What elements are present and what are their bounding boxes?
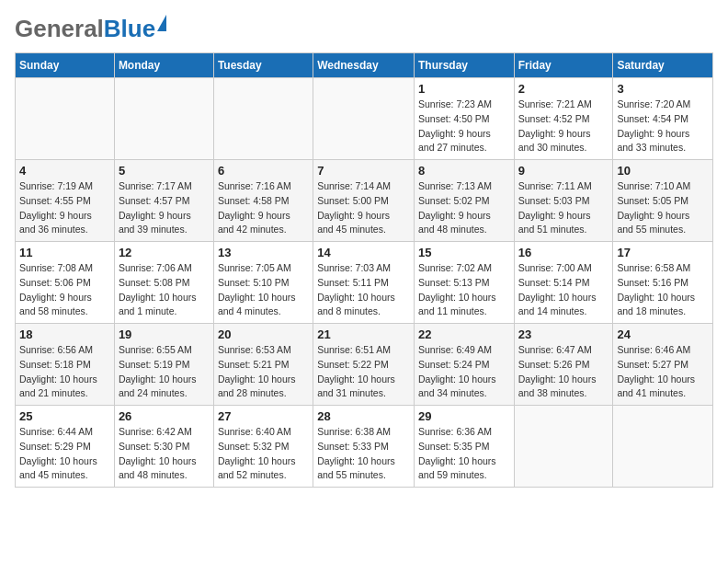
day-detail: Daylight: 9 hours	[617, 209, 709, 224]
day-detail: Sunrise: 6:38 AM	[317, 425, 410, 440]
day-detail: Sunrise: 7:19 AM	[19, 179, 110, 194]
day-detail: Sunset: 4:52 PM	[518, 112, 609, 127]
logo-triangle-icon	[157, 15, 166, 31]
calendar-cell: 15Sunrise: 7:02 AMSunset: 5:13 PMDayligh…	[414, 242, 514, 324]
day-detail: Sunrise: 6:42 AM	[119, 425, 210, 440]
day-number: 26	[119, 409, 210, 423]
day-detail: Sunset: 5:29 PM	[19, 440, 110, 454]
day-detail: and 4 minutes.	[218, 304, 309, 319]
day-number: 8	[418, 164, 510, 178]
day-detail: and 33 minutes.	[617, 141, 709, 155]
day-detail: Sunset: 5:10 PM	[218, 276, 309, 291]
day-detail: and 34 minutes.	[418, 386, 510, 401]
day-detail: Sunrise: 7:02 AM	[418, 261, 510, 276]
day-detail: and 1 minute.	[119, 304, 210, 319]
day-number: 13	[218, 246, 309, 259]
day-header-tuesday: Tuesday	[213, 53, 313, 78]
day-number: 14	[317, 246, 410, 259]
day-detail: Sunset: 5:19 PM	[119, 358, 210, 373]
day-detail: Sunset: 5:27 PM	[617, 358, 709, 373]
calendar-cell	[514, 406, 613, 488]
calendar-cell: 11Sunrise: 7:08 AMSunset: 5:06 PMDayligh…	[16, 242, 115, 324]
day-detail: Sunset: 5:08 PM	[119, 276, 210, 291]
day-detail: Sunset: 4:57 PM	[119, 194, 210, 209]
day-header-sunday: Sunday	[16, 53, 115, 78]
day-detail: Daylight: 9 hours	[518, 209, 609, 224]
day-number: 15	[418, 246, 510, 259]
day-detail: and 42 minutes.	[218, 223, 309, 237]
calendar-cell: 17Sunrise: 6:58 AMSunset: 5:16 PMDayligh…	[613, 242, 713, 324]
day-detail: Daylight: 10 hours	[317, 291, 410, 305]
day-detail: Sunset: 5:11 PM	[317, 276, 410, 291]
day-detail: Daylight: 9 hours	[218, 209, 309, 224]
day-detail: Daylight: 10 hours	[19, 373, 110, 387]
day-detail: Sunrise: 6:58 AM	[617, 261, 709, 276]
day-detail: Daylight: 10 hours	[119, 454, 210, 469]
day-detail: Daylight: 10 hours	[418, 454, 510, 469]
day-detail: Daylight: 10 hours	[617, 373, 709, 387]
header: GeneralBlue	[15, 15, 713, 43]
day-detail: Sunrise: 6:44 AM	[19, 425, 110, 440]
day-number: 23	[518, 327, 609, 341]
calendar-cell: 7Sunrise: 7:14 AMSunset: 5:00 PMDaylight…	[313, 160, 415, 242]
calendar-week-4: 18Sunrise: 6:56 AMSunset: 5:18 PMDayligh…	[16, 324, 713, 406]
day-detail: and 51 minutes.	[518, 223, 609, 237]
calendar-cell	[16, 78, 115, 160]
day-number: 19	[119, 327, 210, 341]
day-header-thursday: Thursday	[414, 53, 514, 78]
day-number: 12	[119, 246, 210, 259]
day-detail: Daylight: 10 hours	[218, 373, 309, 387]
day-number: 27	[218, 409, 309, 423]
day-detail: Sunrise: 6:51 AM	[317, 343, 410, 358]
day-detail: Sunset: 4:55 PM	[19, 194, 110, 209]
day-detail: and 41 minutes.	[617, 386, 709, 401]
day-detail: and 31 minutes.	[317, 386, 410, 401]
day-detail: Sunrise: 7:08 AM	[19, 261, 110, 276]
day-detail: Daylight: 9 hours	[19, 209, 110, 224]
day-detail: and 11 minutes.	[418, 304, 510, 319]
day-detail: and 30 minutes.	[518, 141, 609, 155]
day-detail: Sunset: 5:06 PM	[19, 276, 110, 291]
day-number: 20	[218, 327, 309, 341]
calendar-cell: 24Sunrise: 6:46 AMSunset: 5:27 PMDayligh…	[613, 324, 713, 406]
day-detail: Daylight: 10 hours	[418, 291, 510, 305]
day-detail: and 45 minutes.	[317, 223, 410, 237]
day-detail: Sunset: 5:14 PM	[518, 276, 609, 291]
day-detail: and 55 minutes.	[317, 468, 410, 483]
day-detail: and 59 minutes.	[418, 468, 510, 483]
day-detail: and 36 minutes.	[19, 223, 110, 237]
calendar-cell: 1Sunrise: 7:23 AMSunset: 4:50 PMDaylight…	[414, 78, 514, 160]
day-detail: Daylight: 10 hours	[518, 291, 609, 305]
day-number: 2	[518, 82, 609, 96]
day-detail: Sunrise: 7:16 AM	[218, 179, 309, 194]
day-detail: Sunrise: 7:13 AM	[418, 179, 510, 194]
logo-blue: Blue	[104, 15, 155, 42]
day-number: 22	[418, 327, 510, 341]
day-header-saturday: Saturday	[613, 53, 713, 78]
day-detail: Daylight: 10 hours	[218, 291, 309, 305]
day-detail: Sunset: 5:30 PM	[119, 440, 210, 454]
day-detail: Sunrise: 7:11 AM	[518, 179, 609, 194]
day-detail: Sunset: 5:32 PM	[218, 440, 309, 454]
day-detail: and 14 minutes.	[518, 304, 609, 319]
calendar-header: SundayMondayTuesdayWednesdayThursdayFrid…	[16, 53, 713, 78]
day-number: 16	[518, 246, 609, 259]
day-detail: Sunset: 5:02 PM	[418, 194, 510, 209]
calendar-cell: 18Sunrise: 6:56 AMSunset: 5:18 PMDayligh…	[16, 324, 115, 406]
day-detail: Sunset: 5:33 PM	[317, 440, 410, 454]
day-number: 4	[19, 164, 110, 178]
day-detail: Daylight: 9 hours	[19, 291, 110, 305]
day-detail: and 24 minutes.	[119, 386, 210, 401]
day-number: 5	[119, 164, 210, 178]
calendar-cell	[114, 78, 213, 160]
day-detail: and 48 minutes.	[418, 223, 510, 237]
logo-general: General	[15, 15, 104, 42]
day-detail: Daylight: 10 hours	[617, 291, 709, 305]
day-detail: and 52 minutes.	[218, 468, 309, 483]
day-detail: Daylight: 9 hours	[418, 127, 510, 142]
day-detail: Sunrise: 7:17 AM	[119, 179, 210, 194]
calendar-cell: 27Sunrise: 6:40 AMSunset: 5:32 PMDayligh…	[213, 406, 313, 488]
calendar-cell: 19Sunrise: 6:55 AMSunset: 5:19 PMDayligh…	[114, 324, 213, 406]
day-detail: Sunrise: 7:10 AM	[617, 179, 709, 194]
day-detail: Sunrise: 7:20 AM	[617, 98, 709, 112]
